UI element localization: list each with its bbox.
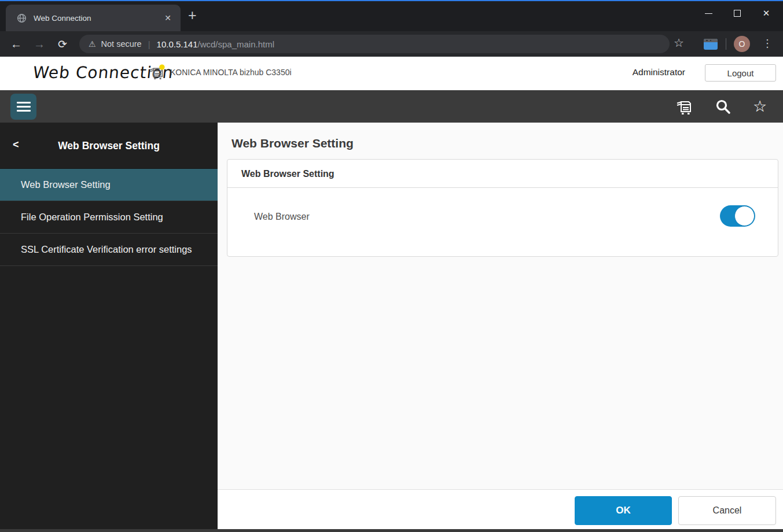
ok-button[interactable]: OK bbox=[575, 496, 672, 525]
sidebar-title: Web Browser Setting bbox=[0, 123, 218, 169]
page-header: Web Connection KONICA MINOLTA bizhub C33… bbox=[0, 57, 783, 90]
user-role-label: Administrator bbox=[633, 67, 685, 77]
main-content: Web Browser Setting Web Browser Setting … bbox=[218, 123, 783, 529]
close-button[interactable]: ✕ bbox=[752, 1, 781, 25]
sidebar-item-file-operation-permission-setting[interactable]: File Operation Permission Setting bbox=[0, 201, 218, 234]
sidebar-header: < Web Browser Setting bbox=[0, 123, 218, 169]
toolbar-divider bbox=[726, 38, 726, 50]
url-host: 10.0.5.141 bbox=[157, 39, 198, 49]
chevron-left-icon[interactable]: < bbox=[13, 139, 19, 151]
close-icon: ✕ bbox=[763, 8, 770, 19]
hamburger-menu-button[interactable] bbox=[10, 94, 36, 120]
toggle-knob bbox=[734, 206, 755, 226]
extension-icon-top bbox=[704, 39, 718, 42]
bookmark-star-icon[interactable]: ☆ bbox=[674, 36, 684, 50]
settings-card: Web Browser Setting Web Browser bbox=[227, 159, 778, 257]
search-icon bbox=[715, 98, 731, 114]
page-title: Web Browser Setting bbox=[231, 136, 354, 150]
browser-toolbar: ← → ⟳ ⚠ Not secure | 10.0.5.141 /wcd/spa… bbox=[0, 31, 783, 57]
device-display-button[interactable] bbox=[673, 90, 696, 123]
warning-icon: ⚠ bbox=[89, 39, 96, 49]
browser-tab[interactable]: Web Connection ✕ bbox=[6, 5, 181, 31]
search-button[interactable] bbox=[712, 90, 733, 123]
minimize-icon bbox=[705, 13, 712, 14]
tab-title: Web Connection bbox=[34, 14, 164, 23]
reload-button[interactable]: ⟳ bbox=[53, 31, 72, 57]
window-controls: ✕ bbox=[694, 1, 781, 25]
url-path: /wcd/spa_main.html bbox=[198, 39, 275, 49]
maximize-icon bbox=[734, 10, 741, 17]
logout-button[interactable]: Logout bbox=[705, 64, 776, 82]
sidebar-item-web-browser-setting[interactable]: Web Browser Setting bbox=[0, 169, 218, 201]
extension-icon[interactable] bbox=[704, 39, 718, 50]
profile-avatar[interactable]: O bbox=[734, 36, 750, 52]
url-separator: | bbox=[148, 39, 150, 49]
settings-sidebar: < Web Browser Setting Web Browser Settin… bbox=[0, 123, 218, 529]
tab-close-icon[interactable]: ✕ bbox=[164, 13, 171, 23]
sidebar-item-ssl-certificate-verification-error-settings[interactable]: SSL Certificate Verification error setti… bbox=[0, 234, 218, 266]
maximize-button[interactable] bbox=[723, 1, 752, 25]
copier-icon bbox=[675, 97, 694, 116]
not-secure-label[interactable]: Not secure bbox=[101, 39, 142, 49]
app-toolbar: ☆ bbox=[0, 90, 783, 123]
cancel-button[interactable]: Cancel bbox=[678, 496, 776, 525]
device-name: KONICA MINOLTA bizhub C3350i bbox=[170, 68, 292, 77]
minimize-button[interactable] bbox=[694, 1, 723, 25]
window-bottom-edge bbox=[0, 529, 783, 532]
globe-favicon-icon bbox=[17, 13, 27, 23]
favorites-button[interactable]: ☆ bbox=[748, 90, 771, 123]
printer-status-icon bbox=[148, 63, 166, 82]
browser-menu-icon[interactable]: ⋮ bbox=[762, 37, 773, 50]
card-title: Web Browser Setting bbox=[227, 160, 778, 188]
device-info: KONICA MINOLTA bizhub C3350i bbox=[148, 63, 292, 82]
address-bar[interactable]: ⚠ Not secure | 10.0.5.141 /wcd/spa_main.… bbox=[79, 35, 670, 53]
card-body: Web Browser bbox=[227, 188, 778, 256]
forward-button[interactable]: → bbox=[30, 31, 49, 57]
back-button[interactable]: ← bbox=[7, 31, 25, 57]
action-footer: OK Cancel bbox=[218, 489, 783, 529]
web-browser-label: Web Browser bbox=[254, 212, 310, 222]
tab-strip: Web Connection ✕ + ✕ bbox=[0, 1, 783, 31]
new-tab-icon[interactable]: + bbox=[188, 7, 197, 23]
web-browser-toggle[interactable] bbox=[720, 205, 755, 227]
browser-window: Web Connection ✕ + ✕ ← → ⟳ ⚠ Not secure … bbox=[0, 0, 783, 532]
